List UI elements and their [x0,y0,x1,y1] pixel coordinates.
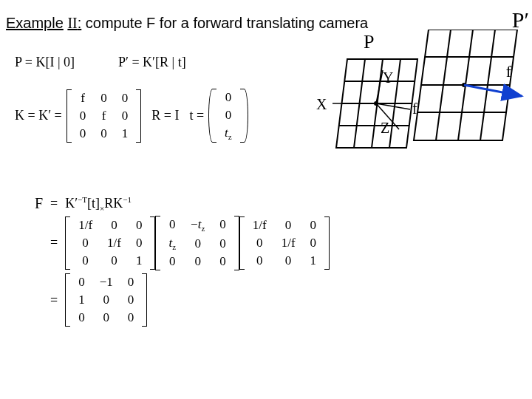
eq-Pprime: P′ = K′[R | t] [118,55,186,70]
camera-diagram: P P′ X Y Z f f [303,30,525,177]
vector-t: 0 0 tz [208,89,248,143]
label-P: P [364,31,374,53]
label-f1: f [412,100,417,117]
lhs-KK: K = K′ = [15,108,62,123]
F-eq2: = [50,235,58,250]
lhs-R: R = I [151,108,179,123]
matrix-m2: 0−tz0 tz00 000 [155,216,239,271]
F-eq1: = [50,196,58,211]
eq-KKR: K = K′ = f00 0f0 001 R = I t = 0 0 tz [15,89,248,143]
F-eq3: = [50,293,58,308]
matrix-m4: 0−10 100 000 [65,273,147,327]
label-Pprime: P′ [512,7,529,33]
F-rhs1: K′−T[t]×RK−1 [65,195,132,213]
title-roman: II [67,15,77,31]
label-X: X [316,96,327,113]
matrix-K: f00 0f0 001 [66,89,142,143]
eq-F-block: F = K′−T[t]×RK−1 = 1/f00 01/f0 001 0−tz0… [13,192,330,330]
matrix-m3: 1/f00 01/f0 001 [239,216,330,270]
title-rest: compute F for a forward translating came… [86,15,368,31]
matrix-m1: 1/f00 01/f0 001 [65,216,155,270]
label-f2: f [506,62,511,81]
eq-P: P = K[I | 0] [15,55,75,70]
label-Z: Z [381,120,389,137]
F-lhs: F [13,195,43,212]
title-example: Example [6,15,64,31]
lhs-t: t = [189,108,204,123]
svg-line-21 [464,85,522,96]
label-Y: Y [383,69,393,86]
title-colon: : [78,15,82,31]
